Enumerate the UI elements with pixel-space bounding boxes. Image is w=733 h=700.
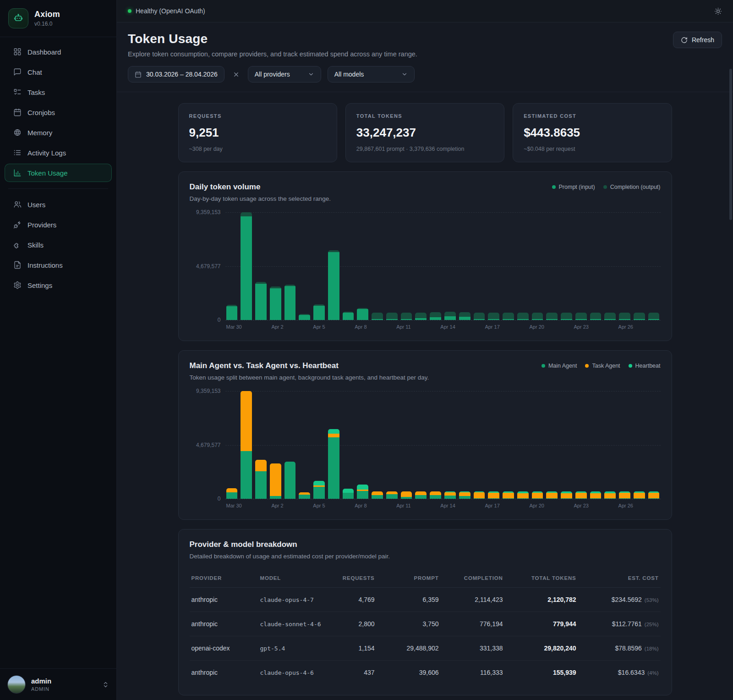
bar-segment-prompt-input- [532,319,543,320]
bar-apr-11[interactable] [401,212,412,320]
bar-apr-4[interactable] [299,212,310,320]
bar-apr-19[interactable] [517,391,529,499]
bar-apr-21[interactable] [546,391,558,499]
cell-total-tokens: 2,120,782 [505,596,578,603]
sidebar-item-tasks[interactable]: Tasks [5,83,112,101]
bar-mar-31[interactable] [241,212,252,320]
bar-apr-13[interactable] [430,212,441,320]
bar-apr-20[interactable] [532,391,543,499]
bar-apr-8[interactable] [357,212,368,320]
cell-completion: 2,114,423 [441,596,505,603]
bar-apr-1[interactable] [255,391,267,499]
sidebar-item-memory[interactable]: Memory [5,123,112,142]
x-tick-label: Apr 5 [313,324,325,332]
bar-apr-10[interactable] [386,391,398,499]
bar-apr-14[interactable] [444,391,456,499]
bar-apr-7[interactable] [343,212,354,320]
bar-apr-21[interactable] [546,212,558,320]
bar-segment-task-agent [546,493,558,498]
sidebar-item-chat[interactable]: Chat [5,63,112,81]
bar-mar-30[interactable] [226,212,238,320]
bar-apr-15[interactable] [459,391,470,499]
bar-apr-8[interactable] [357,391,368,499]
bar-apr-3[interactable] [284,212,296,320]
sidebar-item-users[interactable]: Users [5,195,112,214]
bar-apr-9[interactable] [372,212,383,320]
bar-apr-12[interactable] [415,391,427,499]
bar-apr-12[interactable] [415,212,427,320]
bar-apr-15[interactable] [459,212,470,320]
bar-apr-22[interactable] [561,391,572,499]
bar-apr-18[interactable] [503,212,514,320]
sidebar-item-cronjobs[interactable]: Cronjobs [5,103,112,121]
bar-apr-20[interactable] [532,212,543,320]
gridline [225,320,661,320]
bar-apr-4[interactable] [299,391,310,499]
providers-select[interactable]: All providers [248,66,321,83]
sidebar-item-instructions[interactable]: Instructions [5,256,112,274]
bar-segment-main-agent [357,491,368,499]
cell-completion: 116,333 [441,669,505,676]
bar-apr-1[interactable] [255,212,267,320]
bar-apr-18[interactable] [503,391,514,499]
bar-apr-16[interactable] [474,391,485,499]
bar-segment-prompt-input- [459,317,470,320]
user-menu[interactable]: admin ADMIN [0,668,116,700]
sidebar-item-dashboard[interactable]: Dashboard [5,43,112,61]
theme-toggle-sun-icon[interactable] [714,7,722,15]
bar-apr-17[interactable] [488,212,499,320]
bar-apr-24[interactable] [590,391,602,499]
bar-apr-2[interactable] [270,391,281,499]
bar-apr-27[interactable] [634,212,645,320]
models-select[interactable]: All models [328,66,415,83]
bar-segment-main-agent [459,496,470,499]
bar-mar-31[interactable] [241,391,252,499]
bar-apr-28[interactable] [648,391,660,499]
sidebar-item-token-usage[interactable]: Token Usage [5,164,112,182]
calendar-icon [13,108,22,116]
bar-segment-main-agent [430,495,441,499]
bar-apr-6[interactable] [328,212,339,320]
bar-apr-26[interactable] [619,391,630,499]
bar-apr-17[interactable] [488,391,499,499]
sidebar-item-settings[interactable]: Settings [5,276,112,294]
chat-icon [13,68,22,76]
bar-apr-23[interactable] [575,212,587,320]
sidebar-item-activity-logs[interactable]: Activity Logs [5,143,112,162]
bar-apr-13[interactable] [430,391,441,499]
bar-apr-11[interactable] [401,391,412,499]
stat-subtext: ~$0.048 per request [524,146,661,152]
refresh-button[interactable]: Refresh [673,32,722,48]
bar-apr-22[interactable] [561,212,572,320]
bar-apr-25[interactable] [604,391,616,499]
bar-apr-26[interactable] [619,212,630,320]
bar-apr-25[interactable] [604,212,616,320]
bar-mar-30[interactable] [226,391,238,499]
legend-dot [542,364,545,368]
bar-apr-7[interactable] [343,391,354,499]
cell-cost-percent: (25%) [645,622,659,627]
bar-apr-14[interactable] [444,212,456,320]
bar-segment-main-agent [634,498,645,499]
bar-apr-5[interactable] [313,212,325,320]
bar-apr-19[interactable] [517,212,529,320]
bar-apr-28[interactable] [648,212,660,320]
clear-date-filter-button[interactable] [231,69,241,80]
bar-apr-2[interactable] [270,212,281,320]
bar-apr-23[interactable] [575,391,587,499]
y-axis: 9,359,1534,679,5770 [190,212,225,320]
bar-apr-24[interactable] [590,212,602,320]
bar-apr-27[interactable] [634,391,645,499]
date-range-picker[interactable]: 30.03.2026 – 28.04.2026 [128,66,224,83]
bar-apr-6[interactable] [328,391,339,499]
bar-apr-3[interactable] [284,391,296,499]
sidebar-item-skills[interactable]: Skills [5,236,112,254]
stat-label: ESTIMATED COST [524,113,661,119]
sidebar-item-providers[interactable]: Providers [5,215,112,234]
scrollbar-thumb[interactable] [729,69,732,220]
bar-apr-10[interactable] [386,212,398,320]
bar-apr-16[interactable] [474,212,485,320]
bar-apr-9[interactable] [372,391,383,499]
chart-title: Main Agent vs. Task Agent vs. Heartbeat [190,361,429,370]
bar-apr-5[interactable] [313,391,325,499]
